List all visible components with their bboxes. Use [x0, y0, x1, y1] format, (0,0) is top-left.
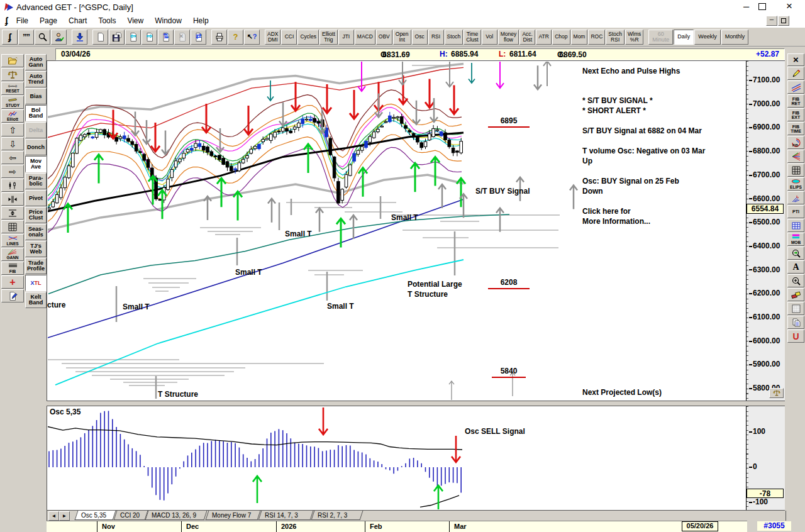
table-icon[interactable]	[787, 219, 804, 232]
indicator-elliott[interactable]: ElliottTrig	[319, 30, 338, 45]
study-button[interactable]: STUDY	[1, 96, 24, 109]
indicator-acc[interactable]: Acc.Dist	[519, 30, 535, 45]
study-bias[interactable]: Bias	[25, 88, 47, 104]
indicator-wlms[interactable]: Wlms%R	[625, 30, 643, 45]
quotes-button[interactable]: ””	[18, 30, 34, 45]
indicator-roc[interactable]: ROC	[588, 30, 605, 45]
grid-icon[interactable]	[787, 163, 804, 177]
arrow-left-button[interactable]: ⇦	[1, 151, 24, 164]
indicator-macd[interactable]: MACD	[355, 30, 375, 45]
indicator-stoch[interactable]: Stoch	[445, 30, 464, 45]
study-autogann[interactable]: AutoGann	[25, 54, 47, 70]
menu-page[interactable]: Page	[34, 14, 63, 27]
elliott-button[interactable]: Elliott	[1, 109, 24, 123]
tab-rsi-2-7-3[interactable]: RSI 2, 7, 3	[311, 511, 363, 520]
study-tjsweb[interactable]: TJ'sWeb	[25, 241, 47, 257]
eraser-icon[interactable]	[787, 288, 804, 301]
indicator-vol[interactable]: Vol	[482, 30, 497, 45]
gann-button[interactable]: GANN	[1, 248, 24, 261]
pti-button[interactable]: PTI	[787, 205, 804, 218]
text-tool-button[interactable]: A	[787, 260, 804, 274]
printer-button[interactable]	[211, 30, 227, 45]
price-axis[interactable]: 7100.007000.006900.006800.006700.006600.…	[746, 61, 785, 401]
study-pivot[interactable]: Pivot	[25, 190, 47, 206]
cross-button[interactable]: +	[1, 275, 24, 289]
menu-tools[interactable]: Tools	[92, 14, 121, 27]
indicator-rsi[interactable]: RSI	[428, 30, 444, 45]
menu-help[interactable]: Help	[187, 14, 214, 27]
study-donch[interactable]: Donch	[25, 139, 47, 155]
scales-button[interactable]	[1, 68, 24, 81]
oscillator-chart[interactable]	[48, 407, 746, 510]
lines-button[interactable]: LINES	[1, 234, 24, 247]
tab-rsi-14-7-3[interactable]: RSI 14, 7, 3	[258, 511, 314, 520]
study-delta[interactable]: Delta	[25, 122, 47, 138]
magnet-button[interactable]: U	[787, 330, 804, 343]
timeframe-60[interactable]: 60Minute	[648, 30, 673, 45]
timeframe-daily[interactable]: Daily	[674, 30, 694, 45]
page-link-button[interactable]: ⇄	[191, 30, 206, 45]
quiver-icon[interactable]	[787, 191, 804, 204]
indicator-cci[interactable]: CCI	[281, 30, 297, 45]
oscillator-axis[interactable]: 1000-100-78	[746, 406, 785, 510]
axis-scale-button[interactable]	[769, 388, 784, 398]
indicator-adx[interactable]: ADXDMI	[265, 30, 280, 45]
copy-page-icon[interactable]	[787, 316, 804, 329]
gann-fan-icon[interactable]	[787, 150, 804, 163]
study-seasonals[interactable]: Seas-onals	[25, 224, 47, 240]
tab-cci-20[interactable]: CCI 20	[113, 511, 147, 520]
indicator-mom[interactable]: Mom	[571, 30, 588, 45]
timeframe-weekly[interactable]: Weekly	[694, 30, 720, 45]
parallel-trendlines-icon[interactable]	[787, 80, 804, 94]
menu-chart[interactable]: Chart	[63, 14, 92, 27]
indicator-jti[interactable]: JTI	[338, 30, 354, 45]
folder-open-button[interactable]	[1, 54, 24, 67]
properties-button[interactable]	[1, 289, 24, 302]
user-button[interactable]	[51, 30, 67, 45]
reset-button[interactable]: ⇦⇨RESET	[1, 82, 24, 95]
help-button[interactable]: ?	[228, 30, 243, 45]
indicator-atr[interactable]: ATR	[536, 30, 552, 45]
tab-macd-13-26-9[interactable]: MACD 13, 26, 9	[145, 511, 208, 520]
menu-file[interactable]: File	[11, 14, 34, 27]
child-restore-button[interactable]	[778, 16, 789, 26]
study-movave[interactable]: MovAve	[25, 156, 47, 172]
pencil-icon[interactable]	[787, 67, 804, 80]
menu-view[interactable]: View	[121, 14, 149, 27]
annotation-click-here-for[interactable]: Click here for	[582, 207, 631, 216]
indicator-obv[interactable]: OBV	[376, 30, 392, 45]
fib-time-button[interactable]: FIBTIME	[787, 122, 804, 135]
page-forward-button[interactable]: ⇨	[142, 30, 157, 45]
arrow-down-button[interactable]: ⇩	[1, 137, 24, 150]
study-autotrend[interactable]: AutoTrend	[25, 71, 47, 87]
study-xtl[interactable]: XTL	[25, 275, 47, 291]
arrow-right-button[interactable]: ⇨	[1, 165, 24, 178]
child-minimize-button[interactable]: ─	[766, 16, 777, 26]
download-button[interactable]	[72, 30, 87, 45]
clamp-button[interactable]: ʄ	[2, 30, 18, 45]
close-icon[interactable]: ×	[787, 53, 804, 66]
date-axis[interactable]: NovDec2026FebMar	[47, 521, 747, 532]
tab-osc-5-35[interactable]: Osc 5,35	[75, 511, 116, 520]
close-button[interactable]: ×	[786, 0, 792, 13]
mob-button[interactable]: MOB	[787, 233, 804, 246]
indicator-time[interactable]: TimeClust	[464, 30, 480, 45]
minimize-button[interactable]: ─	[743, 2, 749, 11]
arrow-up-button[interactable]: ⇧	[1, 123, 24, 136]
timeframe-monthly[interactable]: Monthly	[721, 30, 749, 45]
indicator-stoch[interactable]: StochRSI	[606, 30, 625, 45]
tab-scroll-right-button[interactable]: ►	[59, 511, 70, 521]
tab-money-flow-7[interactable]: Money Flow 7	[205, 511, 260, 520]
context-help-button[interactable]: ↖?	[244, 30, 260, 45]
ellipse-button[interactable]: ELIPS	[787, 177, 804, 191]
grid-button[interactable]	[1, 220, 24, 233]
study-parabolic[interactable]: Para-bolic	[25, 173, 47, 189]
page-refresh-button[interactable]: ⇅	[158, 30, 174, 45]
zoom-in-icon[interactable]	[787, 274, 804, 287]
bar-adjust-button[interactable]	[1, 179, 24, 192]
study-bolband[interactable]: BolBand	[25, 105, 47, 121]
tab-scroll-left-button[interactable]: ◄	[48, 511, 59, 521]
fib-extension-button[interactable]: FIBEXT	[787, 108, 804, 121]
page-back-button[interactable]: ⇦	[125, 30, 141, 45]
menu-window[interactable]: Window	[149, 14, 187, 27]
